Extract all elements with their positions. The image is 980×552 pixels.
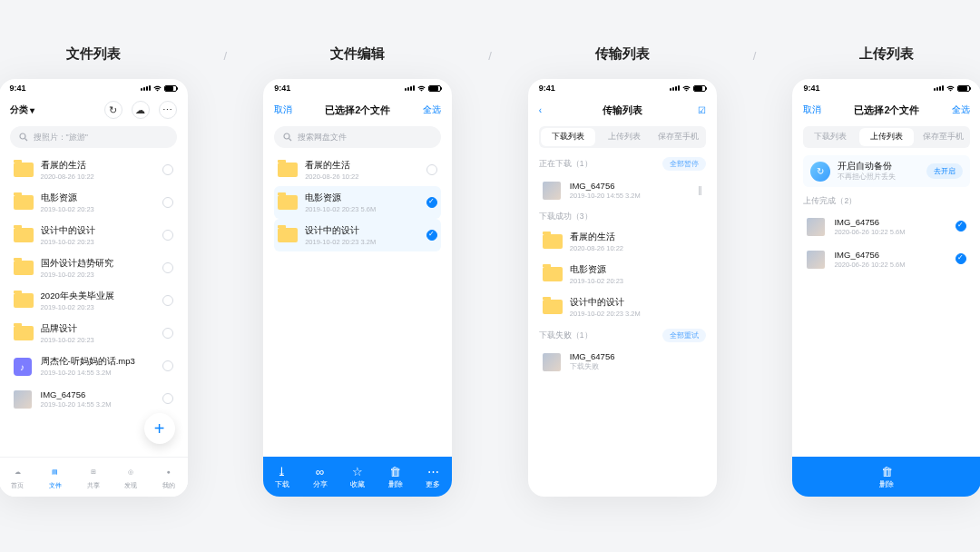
download-button[interactable]: ⤓下载	[275, 465, 289, 489]
checkbox[interactable]	[162, 295, 173, 306]
wifi-icon	[417, 84, 426, 93]
list-item[interactable]: 设计中的设计2019-10-02 20:23 3.2M	[539, 291, 706, 323]
list-item[interactable]: ♪周杰伦-听妈妈的话.mp32019-10-20 14:55 3.2M	[10, 350, 177, 382]
header-row: ‹ 传输列表 ☑	[528, 97, 717, 123]
backup-icon: ↻	[810, 162, 830, 182]
category-dropdown[interactable]: 分类▾	[10, 104, 34, 116]
folder-icon	[14, 163, 34, 177]
folder-icon	[543, 300, 563, 314]
segment-control: 下载列表 上传列表 保存至手机	[803, 126, 970, 148]
checkbox[interactable]	[426, 230, 437, 241]
edit-button[interactable]: ☑	[679, 105, 706, 115]
checkbox[interactable]	[162, 360, 173, 371]
section-done: 下载成功（3）	[539, 206, 706, 225]
screen-title: 传输列表	[595, 45, 650, 63]
list-item[interactable]: 设计中的设计2019-10-02 20:23	[10, 219, 177, 251]
section-uploaded: 上传完成（2）	[803, 191, 970, 210]
delete-button[interactable]: 🗑删除	[879, 465, 894, 489]
seg-save[interactable]: 保存至手机	[916, 126, 970, 148]
list-item[interactable]: 看展的生活2020-08-26 10:22	[539, 225, 706, 258]
tab-share[interactable]: ⊞共享	[86, 465, 101, 490]
folder-icon	[278, 195, 298, 210]
seg-upload[interactable]: 上传列表	[597, 126, 652, 148]
search-input[interactable]: 搜索网盘文件	[274, 126, 441, 148]
list-item[interactable]: 电影资源2019-10-02 20:23	[539, 258, 706, 291]
trash-icon: 🗑	[881, 465, 893, 478]
search-placeholder: 搜索网盘文件	[298, 132, 347, 143]
tab-home[interactable]: ☁首页	[10, 465, 24, 490]
cloud-icon[interactable]: ☁	[132, 101, 150, 119]
separator: /	[753, 49, 757, 63]
seg-upload[interactable]: 上传列表	[859, 128, 914, 146]
list-item[interactable]: IMG_647562019-10-20 14:55 3.2M	[10, 382, 177, 415]
favorite-button[interactable]: ☆收藏	[350, 465, 365, 489]
file-list: 看展的生活2020-08-26 10:22 电影资源2019-10-02 20:…	[0, 153, 188, 457]
checkbox[interactable]	[426, 197, 437, 208]
enable-button[interactable]: 去开启	[926, 163, 963, 179]
banner-subtitle: 不再担心照片丢失	[838, 172, 919, 182]
list-item[interactable]: IMG_64756下载失败	[539, 345, 706, 378]
checkbox[interactable]	[162, 262, 173, 273]
list-item[interactable]: 看展的生活2020-08-26 10:22	[10, 153, 177, 186]
folder-icon	[14, 228, 34, 242]
status-time: 9:41	[803, 84, 819, 93]
list-item[interactable]: 国外设计趋势研究2019-10-02 20:23	[10, 251, 177, 284]
star-icon: ☆	[352, 465, 363, 478]
signal-icon	[141, 85, 151, 91]
more-icon[interactable]: ⋯	[159, 101, 177, 119]
transfer-list: 正在下载（1）全部暂停 IMG_647562019-10-20 14:55 3.…	[528, 152, 717, 497]
pause-icon[interactable]: ‖	[698, 185, 702, 195]
search-input[interactable]: 搜照片："旅游"	[10, 126, 177, 148]
folder-icon	[543, 234, 563, 249]
status-bar: 9:41	[528, 79, 717, 97]
list-item[interactable]: IMG_647562020-06-26 10:22 5.6M	[803, 210, 970, 242]
folder-icon	[14, 195, 34, 210]
list-item[interactable]: 设计中的设计2019-10-02 20:23 3.2M	[274, 219, 441, 251]
list-item[interactable]: 品牌设计2019-10-02 20:23	[10, 317, 177, 350]
action-bar: 🗑删除	[792, 457, 980, 497]
back-button[interactable]: ‹	[539, 105, 566, 115]
list-item[interactable]: 电影资源2019-10-02 20:23 5.6M	[274, 186, 441, 219]
checkbox[interactable]	[162, 393, 173, 404]
select-all-button[interactable]: 全选	[943, 104, 970, 116]
share-button[interactable]: ∞分享	[313, 465, 328, 489]
cancel-button[interactable]: 取消	[274, 104, 301, 116]
checkbox[interactable]	[956, 221, 966, 232]
cancel-button[interactable]: 取消	[803, 104, 830, 116]
delete-button[interactable]: 🗑删除	[388, 465, 403, 489]
wifi-icon	[153, 84, 162, 93]
tab-files[interactable]: ▤文件	[48, 465, 63, 490]
checkbox[interactable]	[426, 164, 437, 175]
checkbox[interactable]	[162, 328, 173, 339]
download-icon: ⤓	[277, 465, 287, 478]
tab-discover[interactable]: ◎发现	[123, 465, 138, 490]
add-button[interactable]: +	[144, 413, 175, 444]
list-item[interactable]: 看展的生活2020-08-26 10:22	[274, 153, 441, 186]
list-item[interactable]: 2020年央美毕业展2019-10-02 20:23	[10, 284, 177, 317]
select-all-button[interactable]: 全选	[414, 104, 441, 116]
retry-all-button[interactable]: 全部重试	[662, 329, 706, 342]
seg-save[interactable]: 保存至手机	[652, 126, 706, 148]
auto-backup-banner: ↻ 开启自动备份不再担心照片丢失 去开启	[803, 155, 970, 187]
list-item[interactable]: IMG_647562020-06-26 10:22 5.6M	[803, 242, 970, 275]
tab-me[interactable]: ●我的	[162, 465, 176, 490]
checkbox[interactable]	[956, 253, 966, 264]
folder-icon	[278, 228, 298, 242]
banner-title: 开启自动备份	[838, 161, 919, 172]
separator: /	[488, 49, 492, 63]
status-bar: 9:41	[792, 79, 980, 97]
more-button[interactable]: ⋯更多	[426, 465, 440, 489]
status-bar: 9:41	[263, 79, 452, 97]
checkbox[interactable]	[162, 164, 173, 175]
checkbox[interactable]	[162, 197, 173, 208]
history-icon[interactable]: ↻	[104, 101, 122, 119]
list-item[interactable]: 电影资源2019-10-02 20:23	[10, 186, 177, 219]
seg-download[interactable]: 下载列表	[541, 128, 595, 146]
image-thumbnail	[14, 390, 32, 409]
seg-download[interactable]: 下载列表	[803, 126, 858, 148]
svg-line-1	[24, 139, 27, 142]
search-placeholder: 搜照片："旅游"	[34, 132, 88, 143]
checkbox[interactable]	[162, 230, 173, 241]
list-item[interactable]: IMG_647562019-10-20 14:55 3.2M‖	[539, 173, 706, 206]
pause-all-button[interactable]: 全部暂停	[662, 157, 706, 171]
